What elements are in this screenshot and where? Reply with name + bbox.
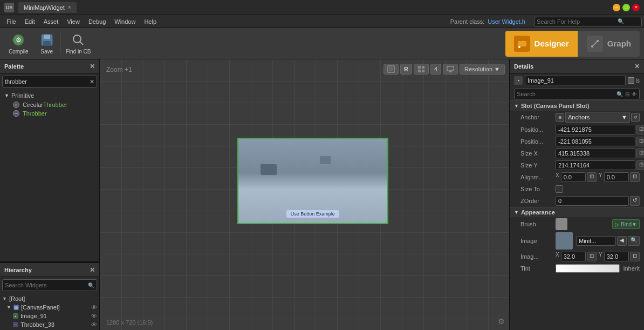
- graph-button[interactable]: Graph: [578, 31, 640, 57]
- screen-btn[interactable]: [443, 64, 458, 75]
- grid-btn[interactable]: [414, 64, 429, 75]
- menu-help[interactable]: Help: [140, 17, 161, 26]
- circular-throbber-item[interactable]: ○ Circular Throbber: [0, 100, 99, 109]
- layout-toggle-btn[interactable]: [383, 64, 399, 75]
- slot-section-header[interactable]: ▼ Slot (Canvas Panel Slot): [510, 100, 644, 111]
- search-for-help-input[interactable]: [537, 18, 618, 25]
- details-filter-toggle[interactable]: 👁: [632, 91, 637, 97]
- throbber-eye[interactable]: 👁: [91, 321, 97, 328]
- app-tab[interactable]: MiniMapWidget ×: [18, 2, 77, 13]
- parent-class-link[interactable]: User Widget.h: [488, 18, 525, 25]
- anchor-dropdown[interactable]: Anchors ▼: [565, 112, 630, 123]
- details-header: Details ✕: [510, 59, 644, 73]
- img-tile-x-btn[interactable]: ⊡: [587, 252, 597, 261]
- designer-button[interactable]: Designer: [505, 31, 578, 57]
- menu-debug[interactable]: Debug: [84, 17, 110, 26]
- size-to-checkbox[interactable]: [556, 185, 563, 193]
- image-input[interactable]: [576, 236, 616, 246]
- palette-search-clear[interactable]: ✕: [90, 78, 94, 85]
- zorder-btn[interactable]: ↺: [630, 196, 640, 206]
- image-item[interactable]: ▪ Image_91 👁: [0, 312, 99, 320]
- menu-asset[interactable]: Asset: [39, 17, 63, 26]
- size-x-btn[interactable]: ⊡: [636, 149, 644, 158]
- canvas-panel-eye[interactable]: 👁: [91, 304, 97, 311]
- align-x-input[interactable]: [561, 172, 586, 182]
- img-tile-y-btn[interactable]: ⊡: [630, 252, 640, 261]
- widget-type-icon: ▪: [514, 76, 523, 85]
- hierarchy-search-box[interactable]: 🔍: [2, 279, 97, 291]
- details-close-button[interactable]: ✕: [634, 63, 640, 70]
- details-view-toggle[interactable]: ⊟: [625, 91, 629, 97]
- title-bar: UE MiniMapWidget × ─ □ ✕: [0, 0, 644, 15]
- save-button[interactable]: Save: [35, 30, 59, 57]
- appearance-section-header[interactable]: ▼ Appearance: [510, 207, 644, 217]
- details-panel: Details ✕ ▪ Is 🔍 ⊟ 👁 ▼ Slot (Canvas Pane…: [509, 59, 644, 330]
- hierarchy-close-button[interactable]: ✕: [90, 266, 95, 274]
- image-eye[interactable]: 👁: [91, 313, 97, 319]
- position-x-row: Positio... ⊡ ↺: [510, 124, 644, 136]
- search-for-help-box[interactable]: 🔍: [534, 17, 642, 26]
- canvas-panel-item[interactable]: ▼ ▦ [CanvasPanel] 👁: [0, 303, 99, 312]
- anchor-reset-btn[interactable]: ↺: [631, 113, 640, 122]
- zorder-input[interactable]: [556, 196, 629, 206]
- menu-window[interactable]: Window: [110, 17, 140, 26]
- image-value: ◀ 🔍: [556, 232, 640, 250]
- canvas-settings-icon[interactable]: ⚙: [498, 317, 505, 326]
- align-y-btn[interactable]: ⊡: [630, 172, 640, 182]
- svg-rect-8: [518, 41, 526, 46]
- minimize-button[interactable]: ─: [613, 4, 620, 11]
- img-tile-value: X ⊡ Y ⊡: [556, 252, 640, 261]
- anchor-dropdown-value: Anchors: [568, 114, 590, 120]
- details-search-box[interactable]: 🔍 ⊟ 👁: [514, 89, 640, 99]
- widget-name-input[interactable]: [525, 76, 626, 85]
- palette-panel: Palette ✕ ✕ document.querySelector('[dat…: [0, 59, 99, 261]
- pos-y-btn[interactable]: ⊡: [636, 137, 644, 146]
- img-tile-x-input[interactable]: [561, 252, 586, 261]
- close-button[interactable]: ✕: [632, 4, 640, 11]
- find-in-cb-button[interactable]: Find in CB: [61, 30, 95, 57]
- align-y-input[interactable]: [604, 172, 629, 182]
- tint-color-swatch[interactable]: [556, 264, 620, 273]
- size-x-row: Size X ⊡ ↺: [510, 147, 644, 159]
- image-nav-btn[interactable]: ◀: [617, 236, 627, 246]
- is-variable-toggle[interactable]: Is: [628, 77, 640, 84]
- image-search-btn[interactable]: 🔍: [628, 236, 640, 246]
- hierarchy-search-input[interactable]: [5, 282, 88, 288]
- align-x-btn[interactable]: ⊡: [587, 172, 597, 182]
- pos-x-input[interactable]: [556, 125, 635, 134]
- menu-view[interactable]: View: [63, 17, 84, 26]
- tab-close[interactable]: ×: [68, 4, 71, 10]
- compile-button[interactable]: ⚙ Compile: [4, 30, 33, 57]
- anchor-icon[interactable]: ⊕: [556, 113, 564, 122]
- menu-file[interactable]: File: [2, 17, 20, 26]
- bind-button[interactable]: ▷ Bind▼: [612, 219, 640, 229]
- tint-value: Inherit: [556, 264, 640, 273]
- four-btn[interactable]: 4: [430, 64, 441, 75]
- details-name-row: ▪ Is: [510, 73, 644, 87]
- palette-search-box[interactable]: ✕: [2, 76, 97, 87]
- maximize-button[interactable]: □: [622, 4, 630, 11]
- throbber-item-hier[interactable]: ─ Throbber_33 👁: [0, 320, 99, 329]
- img-tile-y-label: Y: [599, 252, 602, 261]
- canvas-panel-label: [CanvasPanel]: [21, 304, 60, 311]
- palette-search-input[interactable]: [5, 78, 90, 85]
- pos-y-input[interactable]: [556, 137, 635, 146]
- canvas-area[interactable]: Zoom +1 R 4 Resolution ▼: [100, 59, 509, 330]
- throbber-item[interactable]: ─ Throbber: [0, 109, 99, 118]
- graph-label: Graph: [607, 39, 631, 48]
- menu-edit[interactable]: Edit: [20, 17, 39, 26]
- palette-close-button[interactable]: ✕: [90, 63, 95, 70]
- image-thumbnail: [556, 232, 573, 250]
- img-tile-y-input[interactable]: [604, 252, 629, 261]
- primitive-category[interactable]: ▼ Primitive: [0, 91, 99, 100]
- pos-x-btn[interactable]: ⊡: [636, 125, 644, 134]
- size-x-input[interactable]: [556, 149, 635, 158]
- size-y-input[interactable]: [556, 160, 635, 170]
- resolution-button[interactable]: Resolution ▼: [460, 64, 505, 75]
- position-y-row: Positio... ⊡ ↺: [510, 136, 644, 147]
- size-y-btn[interactable]: ⊡: [636, 160, 644, 170]
- details-search-input[interactable]: [517, 91, 615, 97]
- r-btn[interactable]: R: [400, 64, 412, 75]
- root-item[interactable]: ▼ [Root]: [0, 294, 99, 303]
- is-variable-checkbox[interactable]: [628, 77, 634, 84]
